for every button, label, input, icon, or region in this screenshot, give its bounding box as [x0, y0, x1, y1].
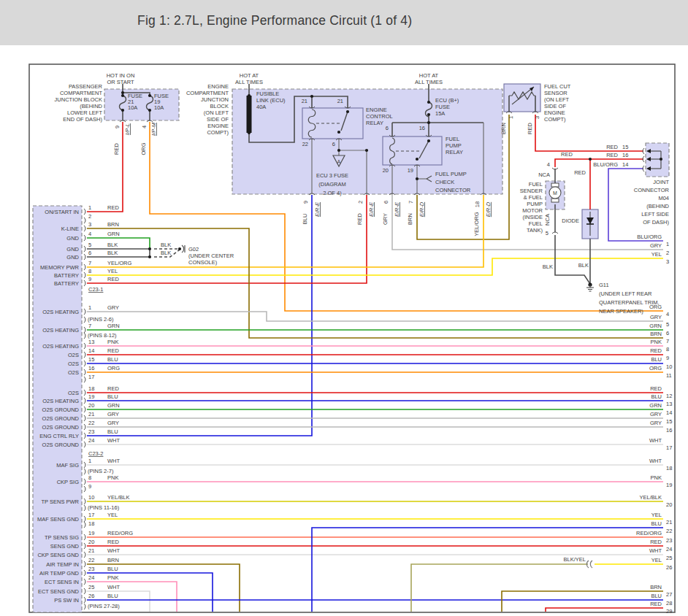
label: BLOCK	[210, 103, 229, 109]
label: BLU	[107, 393, 118, 400]
label: WHT	[649, 437, 662, 444]
label: 24	[88, 437, 94, 444]
label: O2S HEATING	[42, 398, 79, 404]
label: RED	[650, 385, 662, 392]
label: GRN	[107, 231, 120, 237]
label: 3	[534, 116, 540, 119]
label: O2S	[68, 361, 79, 367]
label: RED	[527, 123, 533, 134]
label: TP SENS PWR	[41, 498, 79, 505]
label: 10A	[154, 104, 164, 111]
label: LINK (ECU)	[256, 97, 286, 104]
label: LOWER LEFT	[67, 109, 102, 116]
label: PUMP	[446, 142, 462, 149]
label: RED	[650, 347, 662, 354]
label: 17	[88, 512, 94, 518]
junction-dot	[121, 109, 124, 112]
label: 3	[666, 258, 669, 265]
label: 10A	[128, 104, 137, 111]
label: CONTROL	[366, 113, 393, 120]
label: FUEL	[529, 181, 543, 188]
label: MEMORY PWR	[40, 264, 80, 271]
label: RED	[113, 143, 120, 155]
label: MOTOR	[522, 207, 543, 214]
label: WHT	[107, 458, 120, 464]
label: 16	[419, 125, 425, 131]
label: 19	[666, 482, 672, 488]
label: 20	[88, 402, 94, 409]
junction-dot	[337, 149, 340, 152]
label: CONNECTOR	[435, 187, 471, 193]
label: SENSOR	[544, 90, 567, 96]
motor-brush-bottom	[551, 199, 559, 202]
label: 1	[508, 116, 514, 119]
label: (PINS 27-28)	[88, 603, 120, 609]
label: 10	[88, 494, 94, 501]
label: BLU	[107, 356, 118, 363]
label: 1	[88, 304, 91, 311]
label: 26	[88, 593, 94, 599]
label: WHT	[107, 547, 120, 554]
label: 1	[666, 241, 669, 247]
label: RED	[107, 347, 119, 354]
label: 4	[666, 311, 669, 317]
label: 6	[666, 330, 669, 336]
label: BLU/ORG	[593, 161, 618, 168]
label: I/P-L	[124, 123, 131, 135]
label: FUEL	[529, 220, 543, 227]
label: BLK	[161, 242, 171, 248]
label: 1	[88, 458, 91, 464]
label: (UNDER CENTER	[188, 253, 234, 259]
label: 7	[88, 323, 91, 329]
label: GRY	[107, 304, 119, 311]
label: 5	[88, 242, 91, 248]
label: 21	[302, 98, 307, 104]
label: (PINS 11-16)	[88, 504, 120, 511]
label: ENGINE	[207, 83, 229, 90]
motor-brush-top	[551, 183, 559, 187]
label: RED	[561, 151, 573, 158]
label: 9	[88, 276, 91, 282]
label: BLK/YEL	[564, 556, 586, 563]
label: GRY	[650, 420, 662, 426]
label: ENG CTRL RLY	[39, 433, 79, 439]
label: 14	[666, 409, 672, 416]
label: 4	[547, 161, 550, 168]
label: 18	[88, 520, 94, 527]
label: BLK	[107, 250, 118, 256]
label: ALL TIMES	[235, 79, 263, 85]
label: 14	[622, 161, 628, 168]
label: NCA	[538, 172, 550, 178]
label: ECU (B+)	[435, 97, 459, 104]
label: 16	[666, 427, 672, 434]
label: O2S GROUND	[42, 407, 80, 413]
label: 6	[386, 125, 389, 131]
label: (UNDER LEFT REAR	[599, 290, 652, 297]
label: RED	[107, 276, 119, 282]
label: 40A	[256, 104, 266, 110]
label: GRN	[649, 402, 662, 409]
label: RELAY	[446, 149, 463, 155]
junction-dot	[148, 109, 151, 112]
label: ALL TIMES	[415, 79, 443, 85]
label: (ON LEFT	[204, 109, 229, 116]
label: CHECK	[435, 179, 454, 185]
label: 22	[666, 528, 672, 534]
label: RED	[107, 385, 119, 392]
label: BLU	[651, 356, 662, 363]
label: PNK	[107, 474, 118, 481]
label: BRN	[650, 584, 662, 590]
label: BLK	[543, 263, 553, 270]
label: 21	[666, 519, 672, 525]
label: RED/ORG	[107, 530, 133, 536]
label: 16	[88, 365, 94, 371]
label: SIDE OF	[207, 116, 229, 123]
label: BRN	[107, 557, 119, 563]
label: PUMP	[527, 201, 543, 207]
label: SIDE OF	[544, 103, 566, 109]
label: 19	[408, 167, 413, 174]
junction-dot	[248, 94, 251, 97]
label: HOT IN ON	[107, 72, 135, 79]
junction-dot	[427, 101, 430, 104]
label: 9	[88, 483, 91, 490]
